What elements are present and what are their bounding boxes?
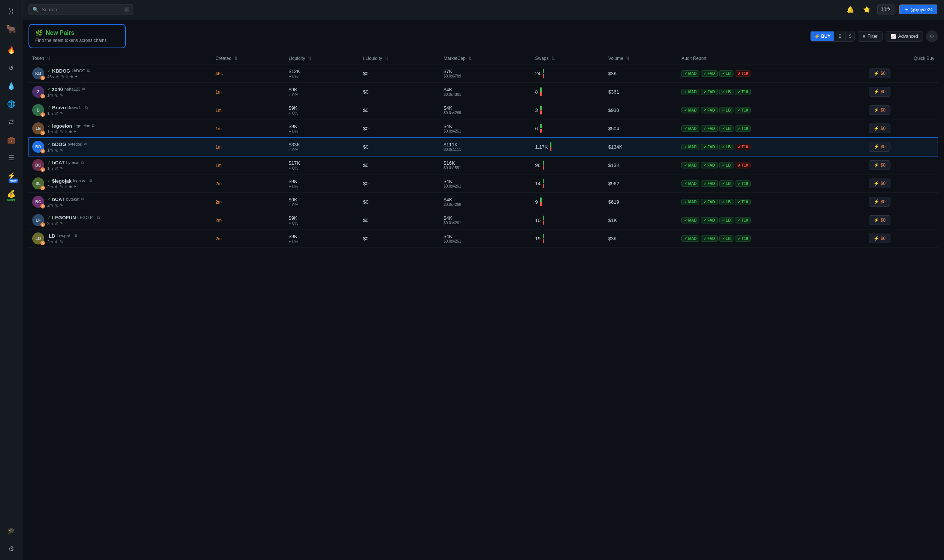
iliquidity-cell: $0 — [359, 119, 440, 138]
token-link-icon[interactable]: ✈ — [74, 74, 77, 78]
quick-buy-button[interactable]: ⚡ $0 — [869, 197, 890, 207]
drop-icon[interactable]: 💧 — [4, 78, 19, 94]
token-link-icon[interactable]: ✕ — [65, 185, 68, 189]
col-iliquidity[interactable]: I.Liquidity ⇅ — [359, 53, 440, 65]
table-row[interactable]: LF S ✓ LEGOFUN LEGO P... ⧉ 2m ◎✎ — [28, 211, 938, 229]
token-link-icon[interactable]: ✎ — [60, 129, 63, 134]
advanced-button[interactable]: 📈 Advanced — [885, 31, 923, 42]
language-button[interactable]: 职位 — [877, 4, 895, 15]
token-link-icon[interactable]: ✎ — [60, 240, 63, 244]
buy-bar — [543, 69, 544, 73]
quick-buy-button[interactable]: ⚡ $0 — [869, 178, 890, 188]
token-ticker: zo40 — [52, 86, 63, 92]
token-link-icon[interactable]: ◎ — [55, 203, 59, 207]
quickbuy-cell: ⚡ $0 — [865, 65, 938, 83]
token-link-icon[interactable]: ✕ — [66, 74, 69, 78]
filter-button[interactable]: ≡ Filter — [858, 31, 882, 42]
token-link-icon[interactable]: ✈ — [73, 129, 76, 134]
quick-buy-button[interactable]: ⚡ $0 — [869, 69, 890, 78]
swap-icon[interactable]: ⇄ — [4, 115, 19, 129]
history-icon[interactable]: ↺ — [4, 61, 19, 75]
table-row[interactable]: Z S ✓ zo40 haha123 ⧉ 1m ◎✎ — [28, 83, 938, 101]
token-link-icon[interactable]: ◎ — [55, 93, 59, 97]
token-link-icon[interactable]: ✎ — [60, 93, 63, 97]
copy-icon[interactable]: ⧉ — [82, 87, 85, 91]
learn-icon[interactable]: 🎓 — [4, 523, 19, 538]
token-link-icon[interactable]: ◎ — [55, 129, 59, 134]
quick-buy-button[interactable]: ⚡ $0 — [869, 215, 890, 225]
copy-icon[interactable]: ⧉ — [85, 105, 88, 110]
flame-icon[interactable]: 🔥 — [4, 43, 19, 58]
token-link-icon[interactable]: ✎ — [60, 111, 63, 115]
token-ticker: bCAT — [52, 160, 65, 165]
table-row[interactable]: LE S ✓ legoelon lego elon ⧉ 1m ◎✎✕⊕✈ — [28, 119, 938, 138]
col-created[interactable]: Created ⇅ — [212, 53, 285, 65]
copy-icon[interactable]: ⧉ — [87, 69, 89, 73]
token-link-icon[interactable]: ✎ — [61, 74, 64, 78]
quick-buy-button[interactable]: ⚡ $0 — [869, 142, 890, 152]
col-swaps[interactable]: Swaps ⇅ — [531, 53, 604, 65]
token-link-icon[interactable]: ◎ — [55, 185, 59, 189]
token-link-icon[interactable]: ◎ — [56, 74, 60, 78]
table-row[interactable]: KB S ✓ KBDOG kbDOG ⧉ 46s ◎✎✕⊕✈ — [28, 65, 938, 83]
quick-buy-button[interactable]: ⚡ $0 — [869, 234, 890, 243]
copy-icon[interactable]: ⧉ — [81, 160, 83, 165]
quick-buy-button[interactable]: ⚡ $0 — [869, 87, 890, 97]
token-link-icon[interactable]: ⊕ — [70, 74, 73, 78]
token-link-icon[interactable]: ✎ — [60, 203, 63, 207]
copy-icon[interactable]: ⧉ — [89, 178, 92, 183]
liquidity-cell: $9K + 0% — [285, 101, 359, 119]
col-marketcap[interactable]: MarketCap ⇅ — [440, 53, 531, 65]
new-icon[interactable]: ⚡ NEW — [4, 168, 19, 183]
token-link-icon[interactable]: ◎ — [55, 111, 59, 115]
table-row[interactable]: BD S ✓ bDOG bytedog ⧉ 1m ◎✎ — [28, 138, 938, 156]
globe-icon[interactable]: 🌐 — [4, 97, 19, 112]
expand-icon[interactable]: ⟩⟩ — [4, 4, 19, 19]
table-row[interactable]: $L S ✓ $legojak lego w... ⧉ 2m ◎✎✕⊕✈ — [28, 174, 938, 193]
token-cell: BD S ✓ bDOG bytedog ⧉ 1m ◎✎ — [28, 138, 212, 156]
table-row[interactable]: BC S ✓ bCAT bytecat ⧉ 1m ◎✎ — [28, 156, 938, 174]
token-link-icon[interactable]: ✎ — [60, 221, 63, 225]
token-link-icon[interactable]: ✎ — [60, 185, 63, 189]
list-icon[interactable]: ☰ — [4, 151, 19, 165]
copy-icon[interactable]: ⧉ — [92, 123, 94, 128]
table-row[interactable]: LD S LD Lowpol... ⧉ 2m ◎✎ — [28, 229, 938, 248]
copy-icon[interactable]: ⧉ — [97, 215, 100, 220]
copy-icon[interactable]: ⧉ — [84, 142, 86, 146]
table-row[interactable]: BC S ✓ bCAT bytecat ⧉ 2m ◎✎ — [28, 193, 938, 211]
created-value: 1m — [215, 108, 222, 113]
token-link-icon[interactable]: ◎ — [55, 240, 59, 244]
token-link-icon[interactable]: ✎ — [60, 148, 63, 152]
settings-round-button[interactable]: ⚙ — [926, 30, 938, 42]
user-button[interactable]: ✈ @xjoyce24 — [899, 5, 938, 15]
search-box[interactable]: 🔍 / — [28, 4, 133, 15]
created-value: 2m — [215, 181, 222, 186]
token-link-icon[interactable]: ◎ — [55, 221, 59, 225]
table-row[interactable]: B S ✓ Bravo Bravo l... ⧉ 1m ◎✎ — [28, 101, 938, 119]
quick-buy-button[interactable]: ⚡ $0 — [869, 160, 890, 170]
token-link-icon[interactable]: ◎ — [55, 166, 59, 170]
created-cell: 1m — [212, 83, 285, 101]
earn-icon[interactable]: 💰 EARN — [4, 186, 19, 202]
quick-buy-button[interactable]: ⚡ $0 — [869, 105, 890, 115]
col-liquidity[interactable]: Liquidity ⇅ — [285, 53, 359, 65]
bull-logo-icon[interactable]: 🐂 — [4, 22, 19, 37]
copy-icon[interactable]: ⧉ — [74, 234, 77, 238]
copy-icon[interactable]: ⧉ — [81, 197, 83, 202]
token-link-icon[interactable]: ⊕ — [69, 129, 72, 134]
token-link-icon[interactable]: ✕ — [65, 129, 68, 134]
iliquidity-value: $0 — [363, 217, 436, 223]
quick-buy-button[interactable]: ⚡ $0 — [869, 123, 890, 133]
token-link-icon[interactable]: ⊕ — [69, 185, 72, 189]
settings-icon[interactable]: ⚙ — [4, 541, 19, 556]
token-link-icon[interactable]: ◎ — [55, 148, 59, 152]
notification-icon[interactable]: 🔔 — [844, 4, 856, 16]
buy-value[interactable]: 0 — [834, 31, 845, 41]
token-link-icon[interactable]: ✈ — [73, 185, 76, 189]
wallet-icon[interactable]: 💼 — [4, 132, 19, 148]
col-volume[interactable]: Volume ⇅ — [605, 53, 678, 65]
token-time: 1m — [47, 111, 53, 116]
search-input[interactable] — [42, 7, 121, 12]
token-link-icon[interactable]: ✎ — [60, 166, 63, 170]
star-icon[interactable]: ⭐ — [861, 4, 873, 16]
